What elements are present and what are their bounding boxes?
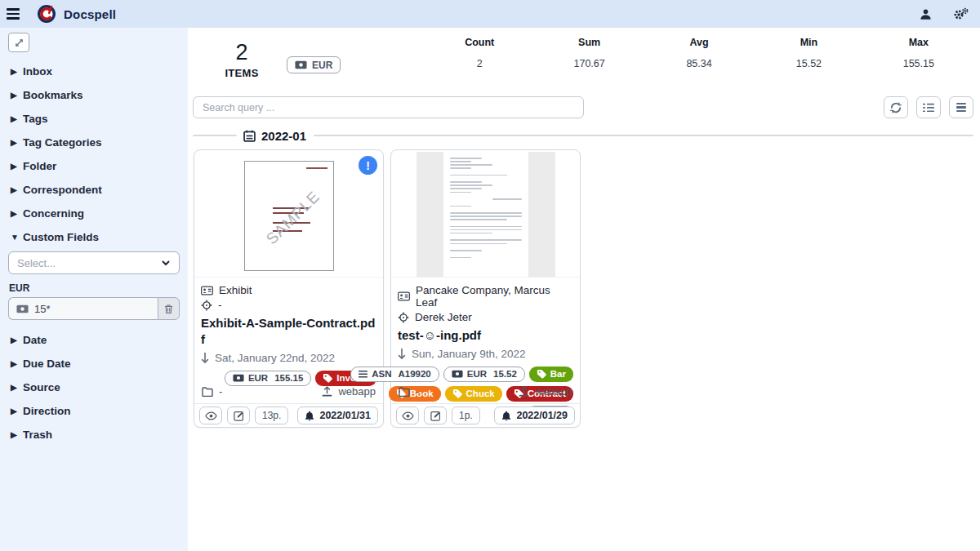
caret-right-icon: ▶: [11, 383, 23, 392]
settings-gears-icon[interactable]: [953, 7, 969, 20]
app-title: Docspell: [64, 7, 116, 21]
folder-icon: [202, 387, 213, 397]
exclamation-icon: !: [366, 159, 370, 172]
item-thumbnail[interactable]: [391, 150, 580, 278]
caret-right-icon: ▶: [11, 185, 23, 194]
alert-badge[interactable]: !: [359, 156, 377, 175]
hamburger-menu-icon[interactable]: [0, 0, 26, 28]
item-title[interactable]: test-☺-ing.pdf: [398, 327, 573, 344]
preview-button[interactable]: [396, 407, 419, 424]
item-title[interactable]: Exhibit-A-Sample-Contract.pdf: [201, 315, 376, 348]
list-view-button[interactable]: [916, 96, 941, 118]
metric-min: Min15.52: [754, 37, 863, 69]
sidebar-item-correspondent[interactable]: ▶Correspondent: [0, 178, 188, 202]
stats-metrics: Count2 Sum170.67 Avg85.34 Min15.52 Max15…: [425, 37, 973, 69]
card-footer: 13p. 2022/01/31: [194, 403, 383, 427]
main-content: 2 ITEMS EUR Count2 Sum170.67 Avg85.34 Mi…: [188, 28, 980, 551]
eur-filter-input[interactable]: [34, 303, 150, 315]
currency-summary-chip: EUR: [287, 56, 341, 73]
task-list-icon: [923, 103, 934, 113]
concerning-line[interactable]: -: [201, 299, 376, 311]
caret-right-icon: ▶: [11, 407, 23, 415]
sidebar-item-due-date[interactable]: ▶Due Date: [0, 352, 188, 375]
upload-icon: [519, 386, 529, 397]
pages-button[interactable]: 13p.: [255, 407, 288, 424]
docspell-logo-icon: [37, 4, 56, 24]
eur-filter-field: [8, 297, 158, 320]
pencil-square-icon: [234, 411, 244, 421]
sidebar-item-inbox[interactable]: ▶Inbox: [0, 60, 188, 83]
item-card: Pancake Company, Marcus Leaf Derek Jeter…: [390, 149, 581, 428]
bell-icon: [305, 411, 314, 421]
bars-icon: [956, 103, 966, 113]
correspondent-line[interactable]: Exhibit: [201, 284, 376, 296]
search-input[interactable]: [193, 96, 584, 118]
crosshair-icon: [201, 300, 212, 311]
caret-right-icon: ▶: [11, 162, 23, 171]
sidebar-item-trash[interactable]: ▶Trash: [0, 423, 188, 447]
sample-watermark: SAMPLE: [249, 174, 334, 261]
clear-field-button[interactable]: [158, 297, 180, 320]
sidebar-item-date[interactable]: ▶Date: [0, 328, 188, 352]
sidebar-expand-button[interactable]: [8, 33, 29, 52]
edit-button[interactable]: [424, 407, 447, 424]
money-bill-icon: [295, 60, 307, 69]
user-account-icon[interactable]: [920, 8, 932, 20]
caret-right-icon: ▶: [11, 430, 23, 439]
sidebar-item-source[interactable]: ▶Source: [0, 375, 188, 399]
folder-value: -: [219, 385, 222, 398]
correspondent-line[interactable]: Pancake Company, Marcus Leaf: [398, 284, 573, 309]
caret-down-icon: ▼: [11, 233, 23, 242]
caret-right-icon: ▶: [11, 359, 23, 368]
edit-button[interactable]: [227, 407, 250, 424]
eye-icon: [402, 411, 414, 420]
top-navbar: Docspell: [0, 0, 980, 28]
due-date-button[interactable]: 2022/01/29: [494, 407, 575, 424]
sidebar-item-tags[interactable]: ▶Tags: [0, 107, 188, 131]
sidebar-item-bookmarks[interactable]: ▶Bookmarks: [0, 83, 188, 107]
month-group-divider: 2022-01: [193, 128, 973, 143]
item-thumbnail[interactable]: SAMPLE !: [194, 150, 383, 278]
source-value: webapp: [338, 385, 376, 398]
pages-button[interactable]: 1p.: [452, 407, 480, 424]
sidebar-item-concerning[interactable]: ▶Concerning: [0, 202, 188, 225]
upload-icon: [322, 386, 332, 397]
document-preview: [443, 152, 528, 278]
caret-right-icon: ▶: [11, 91, 23, 100]
tag-badge[interactable]: Bar: [529, 367, 573, 382]
metric-max: Max155.15: [864, 37, 973, 69]
calendar-icon: [243, 130, 256, 142]
pencil-square-icon: [430, 411, 441, 421]
metric-count: Count2: [425, 37, 534, 69]
address-card-icon: [201, 286, 213, 295]
sidebar-item-tag-categories[interactable]: ▶Tag Categories: [0, 131, 188, 154]
tag-icon: [323, 373, 332, 383]
sidebar-item-direction[interactable]: ▶Direction: [0, 399, 188, 423]
custom-field-select[interactable]: Select...: [8, 251, 180, 274]
item-date-line: Sun, January 9th, 2022: [398, 348, 573, 360]
folder-source-row: - webapp: [202, 385, 376, 398]
chevron-down-icon: [161, 258, 171, 268]
money-bill-icon: [233, 374, 244, 382]
arrow-down-icon: [398, 348, 406, 360]
money-bill-icon: [16, 304, 29, 313]
folder-icon: [399, 387, 410, 397]
sidebar-item-folder[interactable]: ▶Folder: [0, 154, 188, 178]
concerning-line[interactable]: Derek Jeter: [398, 311, 573, 323]
sidebar-item-custom-fields[interactable]: ▼Custom Fields: [0, 225, 188, 249]
item-card: SAMPLE ! Exhibit - Exhibit-A-Sample: [194, 149, 384, 428]
menu-button[interactable]: [949, 96, 973, 118]
document-preview: SAMPLE: [244, 161, 334, 271]
caret-right-icon: ▶: [11, 209, 23, 218]
app-logo[interactable]: Docspell: [37, 4, 116, 24]
due-date-button[interactable]: 2022/01/31: [297, 407, 378, 424]
items-count-block: 2 ITEMS: [217, 41, 266, 79]
metric-sum: Sum170.67: [534, 37, 644, 69]
metric-avg: Avg85.34: [644, 37, 754, 69]
source-value: webapp: [535, 385, 572, 398]
card-footer: 1p. 2022/01/29: [391, 403, 580, 427]
address-card-icon: [398, 291, 410, 301]
refresh-button[interactable]: [884, 96, 908, 118]
month-group-label: 2022-01: [261, 129, 306, 143]
preview-button[interactable]: [199, 407, 222, 424]
